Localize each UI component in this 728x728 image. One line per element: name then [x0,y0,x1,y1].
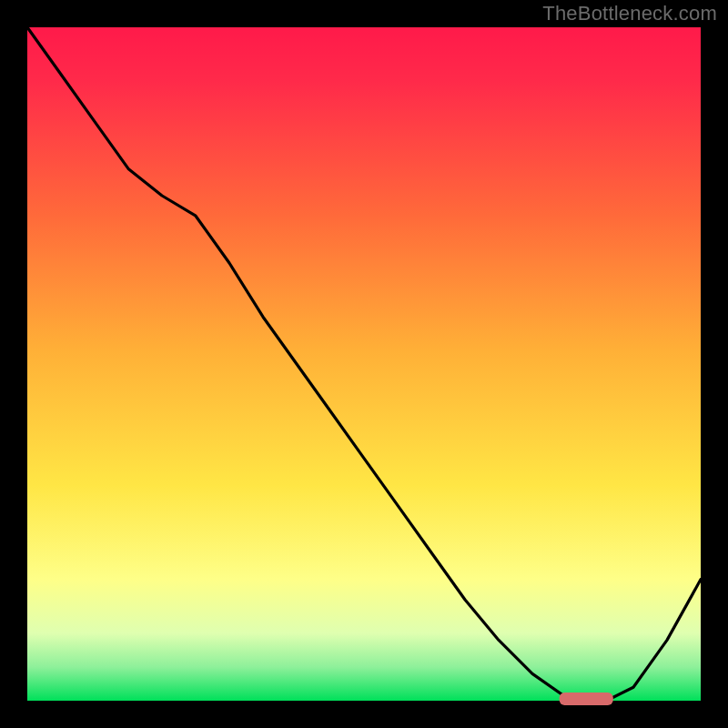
bottleneck-chart [0,0,728,728]
watermark-text: TheBottleneck.com [542,2,717,25]
chart-frame: TheBottleneck.com [0,0,728,728]
minimum-marker [560,693,613,705]
plot-area [27,27,701,701]
